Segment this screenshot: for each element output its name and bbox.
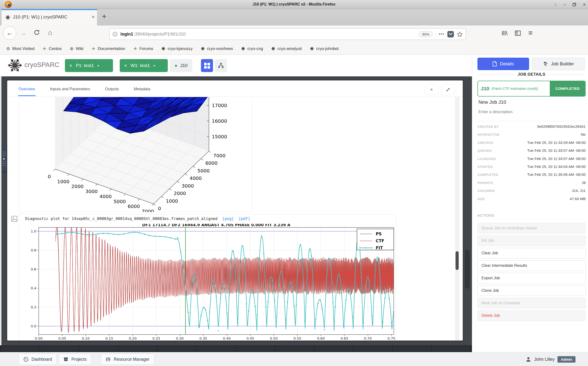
- svg-text:5000: 5000: [197, 168, 210, 174]
- workspace-selector-button[interactable]: × W1: test1 ▾: [120, 59, 168, 72]
- page-scrollbar-thumb[interactable]: [465, 250, 470, 289]
- window-close-icon[interactable]: ×: [583, 2, 586, 7]
- browser-tab[interactable]: J10 (P1: W1) | cryoSPARC ×: [1, 9, 97, 25]
- drag-dots-icon: [3, 152, 6, 156]
- close-icon[interactable]: ×: [69, 63, 72, 69]
- job-details-heading: JOB DETAILS: [478, 72, 586, 77]
- png-link[interactable]: [png]: [222, 216, 234, 221]
- grid-view-button[interactable]: [201, 59, 213, 72]
- queue-job-on-centralhpc-cluster-button[interactable]: Queue Job on centralhpc-cluster: [478, 223, 586, 233]
- card-close-button[interactable]: ×: [425, 84, 438, 95]
- metadata-row: CREATED BY5e0256f0079323542ec26341: [478, 124, 586, 132]
- user-icon: [525, 356, 531, 362]
- metadata-row: STARTEDTue Feb 25, 20 11:34:04 AM -08:00: [478, 165, 586, 172]
- bookmark-item[interactable]: Centos: [43, 46, 62, 51]
- export-job-button[interactable]: Export Job: [478, 273, 586, 283]
- hamburger-menu-icon[interactable]: ≡: [528, 29, 533, 37]
- resource-manager-button[interactable]: Resource Manager: [101, 354, 154, 365]
- new-tab-button[interactable]: +: [102, 12, 107, 21]
- diagnostic-figure: Diagnostic plot for 14sep05c_c_00003gr_0…: [19, 214, 396, 341]
- user-menu[interactable]: John Lilley Admin: [525, 354, 575, 365]
- project-selector-button[interactable]: × P1: test1 ▾: [65, 59, 113, 72]
- bookmark-item[interactable]: ⚙Most Visited: [6, 46, 34, 51]
- metadata-label: INTERACTIVE: [478, 133, 500, 137]
- bookmark-item[interactable]: cryo-amalyuti: [271, 46, 302, 51]
- tree-view-button[interactable]: [215, 59, 227, 72]
- svg-text:0: 0: [48, 174, 51, 179]
- url-bar[interactable]: login1 :39040/projects/P1/W1/J10 90% •••: [109, 28, 466, 40]
- back-button[interactable]: ←: [3, 26, 16, 40]
- mark-job-as-complete-button[interactable]: Mark Job as Complete: [478, 298, 586, 308]
- info-icon[interactable]: [112, 32, 118, 37]
- job-status-chip[interactable]: J10 (Patch CTF estimation (multi)) COMPL…: [478, 81, 586, 97]
- bookmark-item[interactable]: cryo-johnbot: [310, 46, 339, 51]
- bookmark-item[interactable]: Forums: [133, 46, 153, 51]
- actions-heading: ACTIONS: [478, 213, 494, 217]
- sidebar-toggle-icon[interactable]: [514, 30, 521, 37]
- window-restore-icon[interactable]: [572, 3, 576, 7]
- clear-job-button[interactable]: Clear Job: [478, 248, 586, 259]
- snowflake-icon: [271, 46, 275, 51]
- tab-close-icon[interactable]: ×: [92, 14, 95, 20]
- delete-job-button[interactable]: Delete Job: [478, 310, 586, 321]
- projects-button[interactable]: Projects: [59, 354, 91, 365]
- card-scrollbar-thumb[interactable]: [455, 251, 459, 270]
- zoom-level-indicator[interactable]: 90%: [419, 31, 433, 37]
- divider: [478, 121, 586, 121]
- bookmark-label: cryo-johnbot: [316, 46, 339, 51]
- bookmark-star-icon[interactable]: [457, 31, 463, 37]
- tab-overview[interactable]: Overview: [18, 81, 36, 96]
- metadata-value: No: [581, 132, 586, 137]
- job-description-placeholder[interactable]: Enter a description.: [478, 109, 513, 114]
- svg-text:4000: 4000: [189, 175, 202, 181]
- metadata-label: SIZE: [478, 197, 485, 201]
- library-icon[interactable]: [501, 30, 508, 37]
- job-chip[interactable]: ● J10: [170, 59, 192, 72]
- bookmark-item[interactable]: ⊕Wiki: [70, 46, 83, 51]
- job-builder-button[interactable]: Job Builder: [532, 58, 585, 70]
- dashboard-button[interactable]: Dashboard: [19, 354, 57, 365]
- clone-job-button[interactable]: Clone Job: [478, 285, 586, 296]
- window-shade-icon[interactable]: ↑: [554, 2, 557, 7]
- card-scrollbar-track[interactable]: [455, 97, 459, 341]
- card-expand-button[interactable]: [441, 84, 455, 95]
- kill-job-button[interactable]: Kill Job: [478, 235, 586, 246]
- pocket-icon[interactable]: [447, 31, 454, 38]
- page-actions-icon[interactable]: •••: [439, 32, 445, 37]
- svg-text:0.0: 0.0: [31, 324, 36, 328]
- 3d-surface-plot: 0100020003000400050006000700001000200030…: [19, 97, 252, 212]
- details-button[interactable]: Details: [478, 58, 529, 70]
- tab-inputs-and-parameters[interactable]: Inputs and Parameters: [49, 81, 91, 96]
- projects-icon: [63, 357, 69, 362]
- job-title[interactable]: New Job J10: [478, 99, 506, 105]
- tray-cell: [197, 346, 235, 351]
- home-button[interactable]: ⌂: [48, 29, 52, 37]
- bookmark-label: cryo-kjanuszy: [168, 46, 193, 51]
- tray-cell: [236, 346, 274, 351]
- bookmark-item[interactable]: cryo-cng: [241, 46, 263, 51]
- svg-text:6000: 6000: [205, 160, 218, 166]
- footer-bar: Dashboard Projects Resource Manager John…: [0, 352, 588, 366]
- svg-text:0.00: 0.00: [35, 336, 43, 340]
- clear-intermediate-results-button[interactable]: Clear Intermediate Results: [478, 260, 586, 271]
- pdf-link[interactable]: [pdf]: [239, 216, 250, 221]
- bookmark-item[interactable]: Documentation: [92, 46, 125, 51]
- close-icon[interactable]: ×: [124, 63, 127, 69]
- globe-icon: ⊕: [70, 46, 74, 51]
- user-name: John Lilley: [534, 357, 555, 362]
- image-icon: [11, 216, 17, 222]
- tray-cell: [118, 346, 157, 351]
- tab-outputs[interactable]: Outputs: [105, 81, 119, 96]
- svg-text:0.05: 0.05: [58, 336, 66, 340]
- reload-button[interactable]: [34, 29, 40, 36]
- tab-metadata[interactable]: Metadata: [133, 81, 151, 96]
- browser-toolbar: ← → ⌂ login1 :39040/projects/P1/W1/J10 9…: [0, 25, 588, 43]
- svg-text:0.25: 0.25: [152, 336, 160, 340]
- window-minimize-icon[interactable]: –: [563, 2, 566, 7]
- metadata-row: PARENTSJ9: [478, 181, 586, 189]
- sidebar-pull-tab[interactable]: ▶: [1, 146, 7, 171]
- forward-button[interactable]: →: [20, 30, 26, 37]
- bookmark-item[interactable]: cryo-voorhees: [201, 46, 233, 51]
- svg-text:1000: 1000: [57, 179, 70, 184]
- bookmark-item[interactable]: cryo-kjanuszy: [161, 46, 193, 51]
